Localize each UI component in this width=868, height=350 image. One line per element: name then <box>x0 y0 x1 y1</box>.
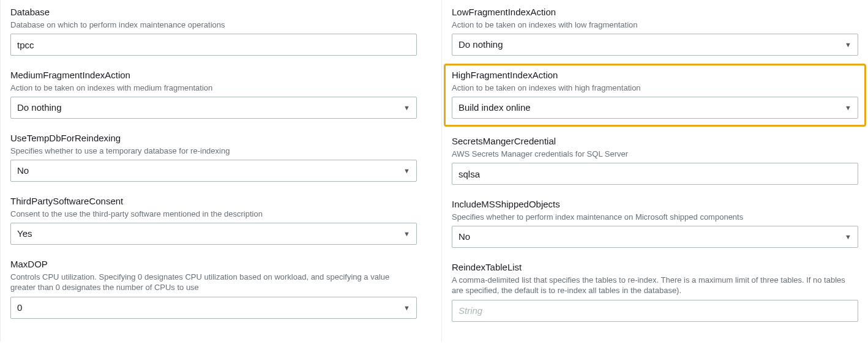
field-label: ReindexTableList <box>452 261 858 274</box>
medium-fragment-index-action-select[interactable]: Do nothing▼ <box>10 97 417 119</box>
include-ms-shipped-objects-select[interactable]: No▼ <box>452 226 858 248</box>
field-low-fragment-index-action: LowFragmentIndexActionAction to be taken… <box>452 6 858 56</box>
field-description: AWS Secrets Manager credentials for SQL … <box>452 149 858 160</box>
field-label: HighFragmentIndexAction <box>452 69 858 81</box>
field-label: MaxDOP <box>10 258 417 270</box>
field-label: UseTempDbForReindexing <box>10 132 417 144</box>
field-description: Controls CPU utilization. Specifying 0 d… <box>10 272 417 293</box>
chevron-down-icon: ▼ <box>403 97 410 118</box>
third-party-software-consent-select[interactable]: Yes▼ <box>10 223 417 245</box>
select-value: 0 <box>17 297 398 318</box>
chevron-down-icon: ▼ <box>845 226 851 247</box>
field-description: Action to be taken on indexes with high … <box>452 83 858 94</box>
field-description: Consent to the use the third-party softw… <box>10 209 417 220</box>
field-description: Action to be taken on indexes with mediu… <box>10 83 417 94</box>
field-database: DatabaseDatabase on which to perform ind… <box>10 6 417 56</box>
field-high-fragment-index-action: HighFragmentIndexActionAction to be take… <box>444 64 866 127</box>
field-reindex-table-list: ReindexTableListA comma-delimited list t… <box>452 261 858 322</box>
field-label: LowFragmentIndexAction <box>452 6 858 18</box>
right-column: LowFragmentIndexActionAction to be taken… <box>441 0 868 341</box>
field-include-ms-shipped-objects: IncludeMSShippedObjectsSpecifies whether… <box>452 198 858 248</box>
field-third-party-software-consent: ThirdPartySoftwareConsentConsent to the … <box>10 195 417 245</box>
field-description: Specifies whether to perform index maint… <box>452 212 858 223</box>
reindex-table-list-input[interactable] <box>452 300 858 322</box>
use-temp-db-for-reindexing-select[interactable]: No▼ <box>10 160 417 182</box>
field-medium-fragment-index-action: MediumFragmentIndexActionAction to be ta… <box>10 69 417 119</box>
max-dop-select[interactable]: 0▼ <box>10 297 417 319</box>
field-label: IncludeMSShippedObjects <box>452 198 858 210</box>
field-label: MediumFragmentIndexAction <box>10 69 417 81</box>
select-value: Do nothing <box>458 34 840 55</box>
chevron-down-icon: ▼ <box>403 297 410 318</box>
select-value: Yes <box>17 223 398 244</box>
high-fragment-index-action-select[interactable]: Build index online▼ <box>452 97 858 119</box>
field-description: Database on which to perform index maint… <box>10 20 417 31</box>
field-max-dop: MaxDOPControls CPU utilization. Specifyi… <box>10 258 417 319</box>
field-description: Specifies whether to use a temporary dat… <box>10 146 417 157</box>
field-description: Action to be taken on indexes with low f… <box>452 20 858 31</box>
low-fragment-index-action-select[interactable]: Do nothing▼ <box>452 34 858 56</box>
chevron-down-icon: ▼ <box>845 97 851 118</box>
select-value: Build index online <box>458 97 840 118</box>
field-label: Database <box>10 6 417 18</box>
chevron-down-icon: ▼ <box>403 223 410 244</box>
field-secrets-manager-credential: SecretsMangerCredentialAWS Secrets Manag… <box>452 135 858 185</box>
field-description: A comma-delimited list that specifies th… <box>452 275 858 296</box>
field-label: ThirdPartySoftwareConsent <box>10 195 417 207</box>
database-input[interactable] <box>10 34 417 56</box>
select-value: No <box>17 160 398 181</box>
select-value: Do nothing <box>17 97 398 118</box>
field-label: SecretsMangerCredential <box>452 135 858 147</box>
form-container: DatabaseDatabase on which to perform ind… <box>0 0 868 341</box>
field-use-temp-db-for-reindexing: UseTempDbForReindexingSpecifies whether … <box>10 132 417 182</box>
left-column: DatabaseDatabase on which to perform ind… <box>0 0 427 341</box>
chevron-down-icon: ▼ <box>845 34 851 55</box>
secrets-manager-credential-input[interactable] <box>452 163 858 185</box>
select-value: No <box>458 226 840 247</box>
chevron-down-icon: ▼ <box>403 160 410 181</box>
